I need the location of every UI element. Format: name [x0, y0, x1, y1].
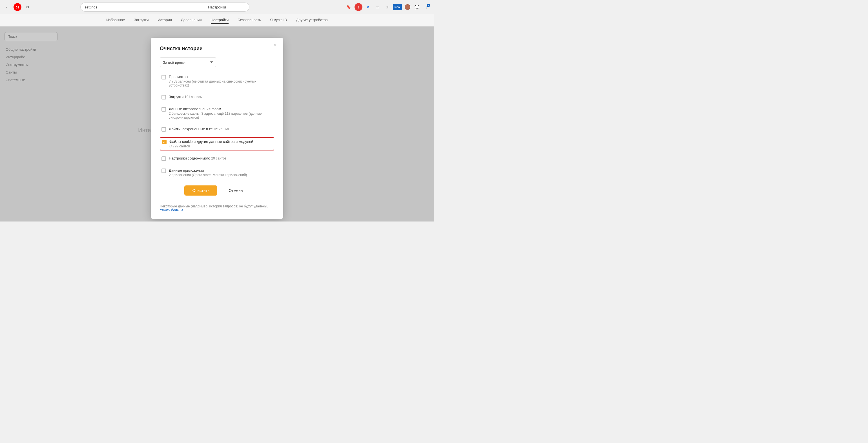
- checkbox-autofill-label: Данные автозаполнения форм: [169, 107, 273, 111]
- checkbox-browsing-sublabel: 7 758 записей (не считая данных на синхр…: [169, 80, 273, 87]
- checkbox-app-data-label-wrap: Данные приложений 2 приложения (Opera st…: [169, 168, 247, 177]
- clear-history-dialog: Очистка истории × За всё время За послед…: [151, 38, 283, 219]
- checkbox-downloads-label: Загрузки 191 запись: [169, 95, 202, 99]
- learn-more-link[interactable]: Узнать больше: [160, 208, 183, 212]
- toolbar-right: 🔖 ! A ▭ ⊞ New 🟤 💬 ↓ 1: [345, 3, 431, 11]
- nav-other-devices[interactable]: Другие устройства: [296, 17, 328, 24]
- time-period-dropdown[interactable]: За всё время За последний час За последн…: [160, 57, 216, 67]
- translate-icon[interactable]: A: [364, 3, 372, 11]
- cancel-button[interactable]: Отмена: [222, 185, 249, 196]
- checkbox-autofill: Данные автозаполнения форм 2 банковские …: [160, 105, 274, 121]
- nav-downloads[interactable]: Загрузки: [134, 17, 149, 24]
- checkbox-cache-label: Файлы, сохранённые в кеше 258 МБ: [169, 127, 230, 131]
- clear-button[interactable]: Очистить: [184, 185, 217, 196]
- checkbox-autofill-input[interactable]: [161, 107, 166, 112]
- alert-symbol: !: [358, 5, 359, 9]
- main-content: Общие настройки Интерфейс Инструменты Са…: [0, 27, 434, 222]
- profile-icon[interactable]: 🟤: [404, 3, 411, 11]
- nav-favorites[interactable]: Избранное: [106, 17, 125, 24]
- back-button[interactable]: ←: [3, 3, 11, 11]
- dialog-note: Некоторые данные (например, история запр…: [160, 200, 274, 212]
- alert-icon[interactable]: !: [354, 3, 363, 11]
- dialog-footer: Очистить Отмена: [160, 185, 274, 196]
- checkbox-downloads-input[interactable]: [161, 95, 166, 99]
- nav-addons[interactable]: Дополнения: [181, 17, 202, 24]
- checkbox-autofill-label-wrap: Данные автозаполнения форм 2 банковские …: [169, 107, 273, 120]
- address-text: settings: [85, 5, 97, 9]
- checkbox-content-settings-label-wrap: Настройки содержимого 20 сайтов: [169, 156, 226, 160]
- checkbox-downloads: Загрузки 191 запись: [160, 93, 274, 101]
- qr-icon[interactable]: ⊞: [383, 3, 391, 11]
- checkbox-app-data-input[interactable]: [161, 168, 166, 173]
- browser-chrome: ← Я ↻ settings Настройки 🔖 ! A ▭ ⊞ New 🟤…: [0, 0, 434, 14]
- checkbox-app-data: Данные приложений 2 приложения (Opera st…: [160, 166, 274, 179]
- checkbox-cache-extra: 258 МБ: [219, 127, 230, 131]
- nav-settings[interactable]: Настройки: [211, 17, 229, 24]
- dialog-note-text: Некоторые данные (например, история запр…: [160, 204, 268, 208]
- chat-icon[interactable]: 💬: [413, 3, 421, 11]
- reload-button[interactable]: ↻: [24, 3, 32, 11]
- checkbox-browsing-input[interactable]: [161, 75, 166, 80]
- nav-history[interactable]: История: [158, 17, 172, 24]
- download-badge: 1: [427, 4, 430, 7]
- checkbox-browsing-label: Просмотры: [169, 75, 273, 79]
- bookmark-icon[interactable]: 🔖: [345, 3, 353, 11]
- checkbox-cache: Файлы, сохранённые в кеше 258 МБ: [160, 125, 274, 133]
- settings-nav: Избранное Загрузки История Дополнения На…: [0, 14, 434, 27]
- checkbox-content-settings-label: Настройки содержимого 20 сайтов: [169, 156, 226, 160]
- checkbox-downloads-label-wrap: Загрузки 191 запись: [169, 95, 202, 99]
- checkbox-browsing: Просмотры 7 758 записей (не считая данны…: [160, 73, 274, 89]
- checkbox-cookies-sublabel: С 799 сайтов: [169, 144, 253, 148]
- checkbox-content-settings-extra: 20 сайтов: [211, 156, 226, 160]
- checkbox-app-data-label: Данные приложений: [169, 168, 247, 172]
- dialog-close-button[interactable]: ×: [272, 42, 279, 49]
- yandex-logo: Я: [13, 3, 22, 11]
- checkbox-cache-label-wrap: Файлы, сохранённые в кеше 258 МБ: [169, 127, 230, 131]
- checkbox-content-settings-input[interactable]: [161, 156, 166, 161]
- new-badge[interactable]: New: [393, 4, 402, 10]
- checkbox-downloads-extra: 191 запись: [185, 95, 202, 99]
- dialog-overlay: Очистка истории × За всё время За послед…: [0, 27, 434, 222]
- checkbox-cookies-label-wrap: Файлы cookie и другие данные сайтов и мо…: [169, 139, 253, 148]
- dialog-title: Очистка истории: [160, 46, 274, 52]
- nav-yandex-id[interactable]: Яндекс ID: [270, 17, 287, 24]
- checkbox-cookies: ✓ Файлы cookie и другие данные сайтов и …: [160, 137, 274, 151]
- checkbox-cache-input[interactable]: [161, 127, 166, 132]
- checkbox-autofill-sublabel: 2 банковские карты, 3 адреса, ещё 118 ва…: [169, 112, 273, 120]
- checkbox-app-data-sublabel: 2 приложения (Opera store, Магазин прило…: [169, 173, 247, 177]
- checkbox-browsing-label-wrap: Просмотры 7 758 записей (не считая данны…: [169, 75, 273, 87]
- checkbox-cookies-input[interactable]: ✓: [162, 140, 166, 144]
- nav-security[interactable]: Безопасность: [238, 17, 261, 24]
- screen-icon[interactable]: ▭: [374, 3, 381, 11]
- checkbox-content-settings: Настройки содержимого 20 сайтов: [160, 154, 274, 163]
- checkbox-cookies-label: Файлы cookie и другие данные сайтов и мо…: [169, 139, 253, 144]
- download-icon[interactable]: ↓ 1: [423, 3, 431, 11]
- tab-title: Настройки: [208, 5, 226, 9]
